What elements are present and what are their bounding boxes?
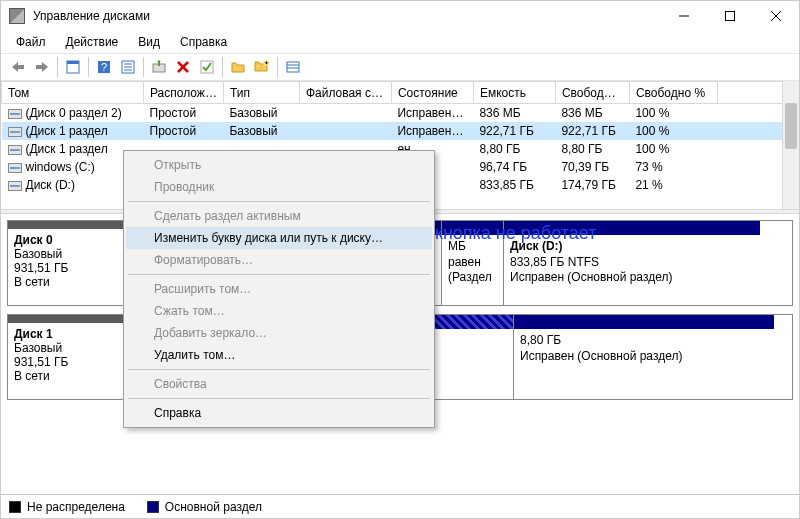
table-cell [299, 122, 391, 140]
col-freepct[interactable]: Свободно % [629, 82, 717, 104]
list-icon[interactable] [282, 56, 304, 78]
context-menu[interactable]: ОткрытьПроводникСделать раздел активнымИ… [123, 150, 435, 428]
table-row[interactable]: (Диск 1 разделПростойБазовыйИсправен…922… [2, 122, 799, 140]
help-icon[interactable]: ? [93, 56, 115, 78]
table-row[interactable]: (Диск 0 раздел 2)ПростойБазовыйИсправен…… [2, 104, 799, 123]
partition-body: 8,80 ГБИсправен (Основной раздел) [514, 329, 774, 399]
table-cell: 96,74 ГБ [473, 158, 555, 176]
window-title: Управление дисками [33, 9, 150, 23]
col-fs[interactable]: Файловая с… [299, 82, 391, 104]
table-cell: 100 % [629, 122, 717, 140]
table-header-row[interactable]: Том Располож… Тип Файловая с… Состояние … [2, 82, 799, 104]
context-menu-item: Сделать раздел активным [126, 205, 432, 227]
toolbar-sep [143, 57, 144, 77]
menu-view[interactable]: Вид [129, 33, 169, 51]
toolbar: ? ✦ [1, 53, 799, 81]
table-cell: Базовый [223, 104, 299, 123]
minimize-button[interactable] [661, 1, 707, 31]
disk-status: В сети [14, 369, 117, 383]
svg-text:?: ? [101, 61, 107, 73]
annotation-text: кнопка не работает [435, 223, 596, 244]
context-menu-item: Свойства [126, 373, 432, 395]
table-cell: Простой [144, 104, 224, 123]
folder-new-icon[interactable]: ✦ [251, 56, 273, 78]
partition-bar [514, 315, 774, 329]
table-cell: Исправен… [391, 104, 473, 123]
folder-icon[interactable] [227, 56, 249, 78]
context-menu-separator [128, 369, 430, 370]
context-menu-item: Форматировать… [126, 249, 432, 271]
context-menu-item: Изменить букву диска или путь к диску… [126, 227, 432, 249]
delete-icon[interactable] [172, 56, 194, 78]
scrollbar-vertical[interactable] [782, 81, 799, 209]
legend-label-unallocated: Не распределена [27, 500, 125, 514]
svg-rect-15 [158, 62, 160, 66]
table-cell: 922,71 ГБ [555, 122, 629, 140]
volume-icon [8, 109, 22, 119]
table-cell: 21 % [629, 176, 717, 194]
partition[interactable]: 8,80 ГБИсправен (Основной раздел) [514, 315, 774, 399]
menu-file[interactable]: Файл [7, 33, 55, 51]
col-capacity[interactable]: Емкость [473, 82, 555, 104]
context-menu-item: Добавить зеркало… [126, 322, 432, 344]
menu-action[interactable]: Действие [57, 33, 128, 51]
disk-label-bar [8, 221, 123, 229]
table-cell: 8,80 ГБ [473, 140, 555, 158]
col-layout[interactable]: Располож… [144, 82, 224, 104]
disk-label[interactable]: Диск 1Базовый931,51 ГБВ сети [7, 314, 123, 400]
context-menu-item: Открыть [126, 154, 432, 176]
volume-icon [8, 145, 22, 155]
col-state[interactable]: Состояние [391, 82, 473, 104]
properties-icon[interactable] [117, 56, 139, 78]
legend-swatch-unallocated [9, 501, 21, 513]
partition-state: Исправен (Основной раздел) [510, 270, 754, 286]
table-cell: 100 % [629, 140, 717, 158]
disk-name: Диск 0 [14, 233, 117, 247]
show-hide-icon[interactable] [62, 56, 84, 78]
context-menu-item[interactable]: Удалить том… [126, 344, 432, 366]
partition-state: Исправен (Основной раздел) [520, 349, 768, 365]
svg-rect-21 [287, 62, 299, 72]
toolbar-sep [57, 57, 58, 77]
disk-type: Базовый [14, 341, 117, 355]
col-free[interactable]: Свобод… [555, 82, 629, 104]
legend: Не распределена Основной раздел [1, 494, 799, 518]
col-volume[interactable]: Том [2, 82, 144, 104]
svg-rect-1 [726, 12, 735, 21]
close-button[interactable] [753, 1, 799, 31]
table-cell: 833,85 ГБ [473, 176, 555, 194]
app-icon [9, 8, 25, 24]
svg-text:✦: ✦ [264, 60, 269, 66]
titlebar: Управление дисками [1, 1, 799, 31]
table-cell: 174,79 ГБ [555, 176, 629, 194]
svg-rect-7 [67, 61, 79, 64]
table-cell: 100 % [629, 104, 717, 123]
check-icon[interactable] [196, 56, 218, 78]
disk-name: Диск 1 [14, 327, 117, 341]
menu-help[interactable]: Справка [171, 33, 236, 51]
disk-label-bar [8, 315, 123, 323]
table-cell: 922,71 ГБ [473, 122, 555, 140]
forward-button[interactable] [31, 56, 53, 78]
context-menu-item[interactable]: Справка [126, 402, 432, 424]
context-menu-item: Проводник [126, 176, 432, 198]
table-cell: Исправен… [391, 122, 473, 140]
partition-info: 8,80 ГБ [520, 333, 768, 349]
disk-status: В сети [14, 275, 117, 289]
table-cell: 70,39 ГБ [555, 158, 629, 176]
table-cell: Простой [144, 122, 224, 140]
toolbar-sep [222, 57, 223, 77]
col-type[interactable]: Тип [223, 82, 299, 104]
refresh-icon[interactable] [148, 56, 170, 78]
table-cell: (Диск 0 раздел 2) [2, 104, 144, 123]
table-cell: (Диск 1 раздел [2, 122, 144, 140]
disk-label[interactable]: Диск 0Базовый931,51 ГБВ сети [7, 220, 123, 306]
volume-icon [8, 181, 22, 191]
scrollbar-thumb[interactable] [785, 103, 797, 149]
partition-body: МБравен (Раздел [442, 235, 503, 305]
maximize-button[interactable] [707, 1, 753, 31]
partition-state: равен (Раздел [448, 255, 497, 286]
disk-type: Базовый [14, 247, 117, 261]
partition-info: 833,85 ГБ NTFS [510, 255, 754, 271]
back-button[interactable] [7, 56, 29, 78]
